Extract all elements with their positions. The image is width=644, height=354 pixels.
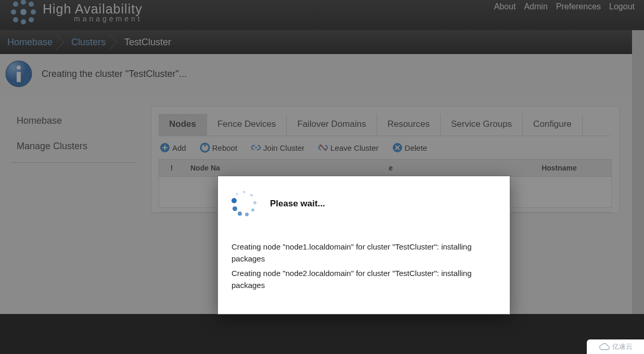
col-node-name[interactable]: Node Na [184,160,382,176]
chevron-right-icon [56,34,67,50]
breadcrumb-home[interactable]: Homebase [7,37,67,48]
dialog-title: Please wait... [270,199,325,209]
tab-configure[interactable]: Configure [523,114,583,136]
delete-label: Delete [405,143,427,152]
nav-preferences[interactable]: Preferences [556,2,601,11]
dialog-message-2: Creating node "node2.localdomain" for cl… [231,267,496,292]
cloud-icon [599,343,610,351]
tab-nodes[interactable]: Nodes [159,114,207,136]
info-banner: Creating the cluster "TestCluster"... [0,54,632,94]
join-cluster-button[interactable]: Join Cluster [251,142,304,153]
tab-fence-devices[interactable]: Fence Devices [207,114,287,136]
tab-service-groups[interactable]: Service Groups [441,114,523,136]
logo: High Availability management [9,0,143,25]
tab-resources[interactable]: Resources [377,114,441,136]
col-hostname[interactable]: Hostname [507,160,611,176]
svg-point-2 [29,2,34,7]
watermark-text: 亿速云 [612,342,633,351]
tab-bar: Nodes Fence Devices Failover Domains Res… [159,114,612,136]
breadcrumb-home-label: Homebase [7,37,53,47]
svg-point-5 [31,9,36,15]
footer [0,314,644,354]
info-message: Creating the cluster "TestCluster"... [42,69,187,80]
svg-point-4 [20,9,27,15]
dialog-message-1: Creating node "node1.localdomain" for cl… [231,241,496,265]
col-id[interactable]: e [382,160,507,176]
svg-point-6 [13,17,18,22]
svg-rect-11 [17,72,21,82]
svg-point-0 [13,2,18,7]
col-status[interactable]: ! [159,160,184,176]
join-label: Join Cluster [263,143,304,152]
watermark: 亿速云 [587,339,644,354]
svg-point-3 [11,9,16,15]
delete-button[interactable]: Delete [392,142,427,153]
add-icon [160,142,170,153]
link-icon [251,142,261,153]
app-header: High Availability management About Admin… [0,0,644,30]
reboot-button[interactable]: Reboot [200,142,237,153]
svg-point-8 [29,17,34,22]
header-nav: About Admin Preferences Logout [494,0,635,11]
reboot-icon [200,142,210,153]
dialog-messages: Creating node "node1.localdomain" for cl… [231,241,496,291]
breadcrumb: Homebase Clusters TestCluster [0,30,632,54]
please-wait-dialog: Please wait... Creating node "node1.loca… [217,176,510,314]
toolbar: Add Reboot Join Cluster Leave Cluster [159,136,612,159]
add-button[interactable]: Add [160,142,186,153]
nodes-table-header: ! Node Na e Hostname [159,159,612,177]
nav-about[interactable]: About [494,2,516,11]
svg-point-1 [21,0,26,5]
nav-admin[interactable]: Admin [524,2,547,11]
reboot-label: Reboot [212,143,237,152]
svg-point-10 [17,65,21,70]
sidebar-item-manage-clusters[interactable]: Manage Clusters [10,134,135,159]
app-subtitle: management [74,15,143,23]
sidebar: Homebase Manage Clusters [0,94,146,314]
svg-point-7 [21,19,26,24]
spinner-icon [231,191,257,217]
breadcrumb-clusters[interactable]: Clusters [71,37,120,48]
nav-logout[interactable]: Logout [609,2,635,11]
breadcrumb-current: TestCluster [124,37,171,48]
unlink-icon [318,142,328,153]
delete-icon [392,142,403,153]
leave-cluster-button[interactable]: Leave Cluster [318,142,379,153]
logo-icon [9,0,37,25]
sidebar-item-homebase[interactable]: Homebase [10,108,135,134]
chevron-right-icon [109,34,120,50]
breadcrumb-clusters-label: Clusters [71,37,106,47]
info-icon [5,60,32,87]
leave-label: Leave Cluster [330,143,379,152]
sidebar-divider [10,162,135,163]
add-label: Add [172,143,186,152]
tab-failover-domains[interactable]: Failover Domains [287,114,377,136]
